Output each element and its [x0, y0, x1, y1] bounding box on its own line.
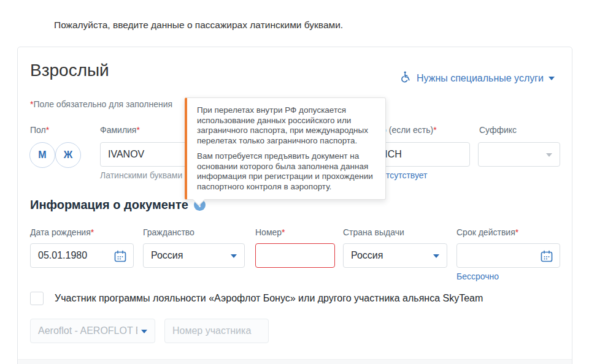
citizenship-label: Гражданство — [143, 227, 194, 237]
chevron-down-icon — [231, 254, 237, 258]
expiry-date-label: Срок действия* — [456, 227, 518, 237]
suffix-select[interactable] — [478, 142, 560, 167]
document-info-tooltip: При перелетах внутри РФ допускается испо… — [185, 97, 386, 200]
document-section-title: Информация о документе — [30, 198, 188, 212]
card-footer-strip — [18, 359, 572, 364]
calendar-icon[interactable] — [540, 249, 553, 263]
gender-label: Пол* — [30, 125, 49, 135]
no-expiry-link[interactable]: Бессрочно — [456, 271, 499, 281]
tooltip-paragraph-2: Вам потребуется предъявить документ на о… — [197, 151, 377, 192]
tooltip-paragraph-1: При перелетах внутри РФ допускается испо… — [197, 105, 377, 146]
loyalty-program-value: Aeroflot - AEROFLOT BO — [38, 325, 137, 336]
document-number-input[interactable] — [255, 243, 335, 268]
expiry-date-input[interactable] — [456, 243, 560, 268]
chevron-down-icon — [549, 77, 555, 80]
last-name-label: Фамилия* — [100, 125, 140, 135]
chevron-down-icon — [433, 254, 439, 258]
issue-country-select-value: Россия — [351, 250, 383, 261]
birth-date-input[interactable]: 05.01.1980 — [30, 243, 134, 268]
birth-date-label: Дата рождения* — [30, 227, 94, 237]
citizenship-select[interactable]: Россия — [143, 243, 245, 268]
gender-male-button[interactable]: М — [29, 142, 55, 168]
document-section-header: Информация о документе i — [30, 198, 206, 212]
loyalty-checkbox[interactable] — [30, 292, 44, 305]
citizenship-select-value: Россия — [151, 250, 183, 261]
card-title: Взрослый — [30, 61, 109, 80]
document-number-label: Номер* — [255, 227, 285, 237]
passenger-form-page: Пожалуйста, введите данные о пассажирах … — [0, 0, 589, 364]
special-services-toggle[interactable]: Нужны специальные услуги — [399, 70, 555, 86]
chevron-down-icon — [546, 153, 552, 157]
chevron-down-icon — [141, 330, 147, 333]
loyalty-checkbox-label: Участник программы лояльности «Аэрофлот … — [55, 293, 483, 304]
calendar-icon[interactable] — [114, 249, 127, 263]
patronymic-absent-link[interactable]: Отсутствует — [379, 170, 428, 180]
adult-passenger-card: Взрослый Нужны специальные услуги *Поле … — [17, 47, 572, 364]
issue-country-label: Страна выдачи — [343, 227, 404, 237]
last-name-hint: Латинскими буквами — [100, 170, 182, 180]
loyalty-program-select: Aeroflot - AEROFLOT BO — [30, 319, 155, 343]
issue-country-select[interactable]: Россия — [343, 243, 447, 268]
required-note: *Поле обязательно для заполнения — [30, 99, 172, 109]
gender-female-button[interactable]: Ж — [55, 142, 81, 168]
wheelchair-icon — [399, 70, 412, 86]
loyalty-member-number-input — [164, 319, 269, 343]
intro-text: Пожалуйста, введите данные о пассажирах … — [54, 20, 343, 31]
special-services-label: Нужны специальные услуги — [417, 73, 544, 84]
suffix-label: Суффикс — [479, 125, 517, 135]
